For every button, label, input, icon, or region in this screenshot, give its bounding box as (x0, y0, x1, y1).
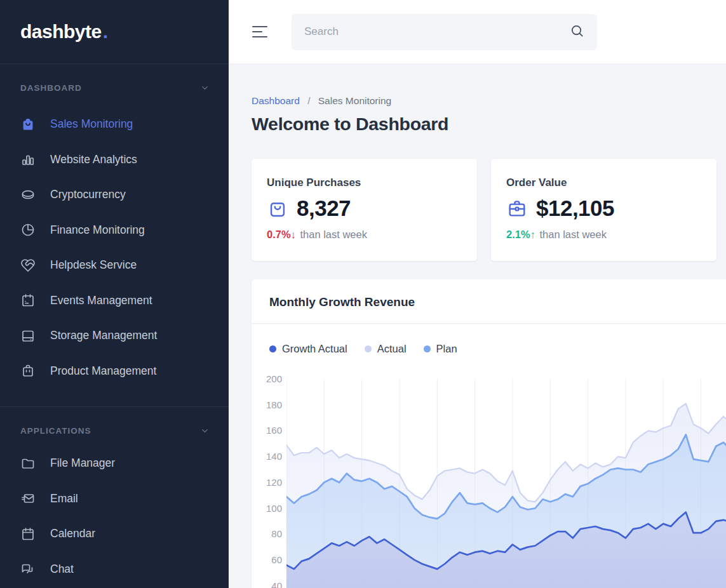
brand-name: dashbyte (20, 21, 102, 43)
mail-send-icon (20, 491, 36, 506)
sidebar-item-label: Cryptocurrency (50, 188, 126, 201)
menu-toggle-icon[interactable] (252, 22, 269, 41)
legend-item-plan[interactable]: Plan (424, 343, 457, 355)
search-box[interactable] (292, 14, 597, 50)
sidebar-item-events-management[interactable]: Events Management (0, 283, 229, 319)
arrow-up-icon: ↑ (530, 229, 535, 240)
legend-dot (269, 345, 276, 352)
coin-icon (20, 187, 36, 203)
sidebar-item-label: Helpdesk Service (50, 258, 137, 272)
y-axis-tick: 100 (252, 503, 282, 514)
sidebar-divider (0, 406, 229, 407)
sidebar-item-sales-monitoring[interactable]: Sales Monitoring (0, 107, 229, 142)
briefcase-icon (506, 197, 528, 219)
section-label: DASHBOARD (20, 83, 82, 93)
sidebar-item-label: Storage Management (50, 329, 157, 342)
sidebar-item-finance-monitoring[interactable]: Finance Monitoring (0, 213, 229, 248)
stats-row: Unique Purchases 8,327 0.7%↓ than last w… (252, 159, 726, 261)
chevron-down-icon (200, 426, 210, 436)
stat-note: than last week (300, 229, 366, 240)
chat-icon (20, 561, 36, 577)
chart-area: 200180160140120100806040 (252, 370, 726, 588)
sidebar-item-helpdesk-service[interactable]: Helpdesk Service (0, 248, 229, 283)
sidebar-section-dashboard[interactable]: DASHBOARD (0, 83, 229, 93)
sidebar-item-label: Events Management (50, 294, 152, 307)
sidebar: dashbyte. DASHBOARD Sales MonitoringWebs… (0, 0, 229, 588)
y-axis-tick: 180 (252, 399, 282, 410)
legend-item-actual[interactable]: Actual (365, 343, 407, 355)
legend-item-growth-actual[interactable]: Growth Actual (269, 343, 347, 355)
page-content: Dashboard / Sales Monitoring Welcome to … (229, 64, 726, 588)
sidebar-item-cryptocurrency[interactable]: Cryptocurrency (0, 177, 229, 213)
sidebar-item-calendar[interactable]: Calendar (0, 516, 229, 552)
sidebar-item-label: Email (50, 492, 78, 505)
legend-dot (424, 345, 431, 352)
y-axis-tick: 160 (252, 425, 282, 436)
revenue-chart-card: Monthly Growth Revenue Growth Actual Act… (252, 279, 726, 588)
sidebar-item-label: Calendar (50, 527, 95, 540)
stat-card-order-value: Order Value $12,105 2.1%↑ than last week (491, 159, 716, 261)
stat-label: Order Value (506, 177, 701, 189)
arrow-down-icon: ↓ (291, 229, 296, 240)
y-axis-tick: 120 (252, 477, 282, 488)
breadcrumb: Dashboard / Sales Monitoring (252, 95, 726, 107)
sidebar-nav-applications: File ManagerEmailCalendarChat (0, 446, 229, 587)
sidebar-section-applications[interactable]: APPLICATIONS (0, 426, 229, 436)
chart-legend: Growth Actual Actual Plan (252, 324, 726, 355)
sidebar-item-label: Chat (50, 563, 74, 576)
calendar-event-icon (20, 293, 36, 308)
search-input[interactable] (304, 25, 570, 38)
y-axis-tick: 80 (252, 528, 282, 539)
stat-card-unique-purchases: Unique Purchases 8,327 0.7%↓ than last w… (252, 159, 477, 261)
hard-drive-icon (20, 328, 36, 344)
sidebar-item-website-analytics[interactable]: Website Analytics (0, 142, 229, 178)
sidebar-item-storage-management[interactable]: Storage Management (0, 318, 229, 354)
folder-icon (20, 456, 36, 471)
sidebar-item-label: Finance Monitoring (50, 224, 145, 237)
page-title: Welcome to Dashboard (252, 114, 726, 135)
search-icon[interactable] (570, 23, 584, 41)
stat-delta-row: 2.1%↑ than last week (506, 229, 701, 241)
brand-logo[interactable]: dashbyte. (0, 0, 229, 64)
main-area: Dashboard / Sales Monitoring Welcome to … (229, 0, 726, 588)
breadcrumb-link-dashboard[interactable]: Dashboard (252, 95, 300, 106)
bar-chart-icon (20, 152, 36, 167)
legend-dot (365, 345, 372, 352)
sidebar-item-label: File Manager (50, 457, 115, 470)
y-axis-tick: 140 (252, 451, 282, 462)
sidebar-item-file-manager[interactable]: File Manager (0, 446, 229, 481)
monthly-growth-revenue-plot[interactable] (286, 370, 726, 588)
breadcrumb-separator: / (307, 95, 310, 106)
shopping-bag-icon (267, 197, 288, 219)
suitcase-icon (20, 363, 36, 378)
stat-value: 8,327 (297, 196, 351, 221)
y-axis-tick: 60 (252, 554, 282, 565)
chart-title: Monthly Growth Revenue (269, 295, 708, 309)
sidebar-item-product-management[interactable]: Product Management (0, 354, 229, 389)
stat-label: Unique Purchases (267, 177, 462, 189)
breadcrumb-current: Sales Monitoring (318, 95, 391, 106)
sidebar-item-email[interactable]: Email (0, 481, 229, 517)
sidebar-item-label: Website Analytics (50, 153, 137, 166)
sidebar-item-label: Sales Monitoring (50, 117, 133, 131)
stat-note: than last week (539, 229, 606, 240)
shopping-bag-icon (20, 117, 36, 132)
stat-delta-row: 0.7%↓ than last week (267, 229, 462, 241)
section-label: APPLICATIONS (20, 426, 91, 436)
chevron-down-icon (200, 83, 210, 93)
brand-dot: . (103, 21, 108, 43)
y-axis-tick: 200 (252, 373, 282, 384)
sidebar-item-chat[interactable]: Chat (0, 552, 229, 587)
calendar-icon (20, 526, 36, 542)
chart-header: Monthly Growth Revenue (252, 279, 726, 324)
stat-value: $12,105 (536, 196, 614, 221)
sidebar-nav-dashboard: Sales MonitoringWebsite AnalyticsCryptoc… (0, 107, 229, 389)
topbar (229, 0, 726, 64)
heart-handshake-icon (20, 258, 36, 273)
sidebar-item-label: Product Management (50, 364, 156, 378)
pie-chart-icon (20, 222, 36, 237)
y-axis-tick: 40 (252, 580, 282, 588)
